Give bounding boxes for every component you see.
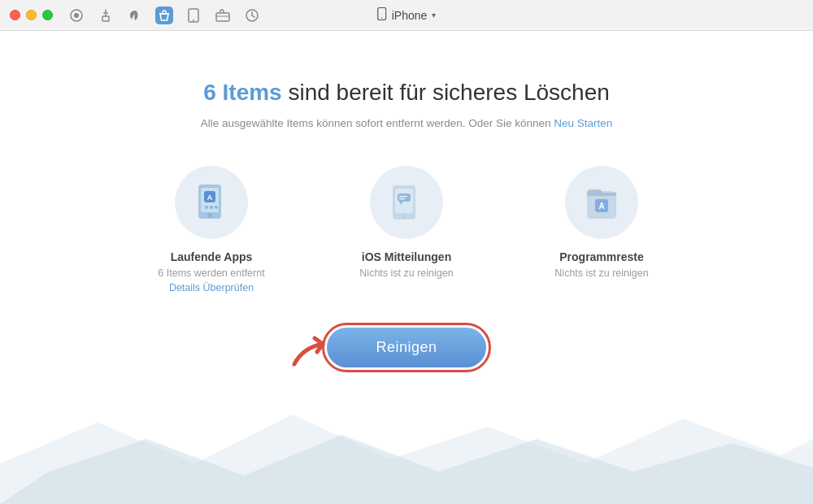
device-name-label: iPhone — [392, 9, 428, 22]
ios-mitteilungen-icon-wrap — [370, 166, 443, 239]
toolbar-icon-phone[interactable] — [185, 7, 202, 24]
mountains-decoration — [0, 398, 813, 504]
maximize-button[interactable] — [42, 10, 53, 20]
svg-text:A: A — [598, 202, 604, 211]
toolbar-icons — [67, 7, 261, 24]
laufende-apps-icon: A — [190, 178, 233, 227]
svg-point-17 — [207, 213, 212, 218]
card-2-title: iOS Mitteilungen — [362, 250, 451, 263]
phone-icon — [377, 7, 387, 23]
headline: 6 Items sind bereit für sicheres Löschen — [203, 80, 610, 106]
toolbar-icon-history[interactable] — [243, 7, 261, 24]
items-count: 6 Items — [203, 80, 282, 105]
svg-point-5 — [193, 20, 194, 21]
svg-rect-2 — [102, 16, 109, 21]
svg-rect-20 — [398, 193, 411, 202]
cards-row: A Laufende Apps 6 Items werden entfernt … — [146, 166, 667, 293]
toolbar-icon-3[interactable] — [126, 7, 144, 24]
headline-rest: sind bereit für sicheres Löschen — [282, 80, 610, 105]
clean-button-container: Reinigen — [327, 328, 485, 367]
svg-rect-22 — [399, 198, 405, 200]
svg-rect-6 — [216, 13, 229, 21]
svg-point-16 — [215, 206, 218, 209]
svg-marker-27 — [0, 435, 813, 504]
card-1-link[interactable]: Details Überprüfen — [169, 282, 254, 293]
svg-point-23 — [402, 215, 406, 218]
subtitle-text: Alle ausgewählte Items können sofort ent… — [201, 117, 554, 129]
main-content: 6 Items sind bereit für sicheres Löschen… — [0, 31, 813, 504]
programmreste-icon: A — [580, 180, 623, 225]
svg-rect-21 — [399, 196, 407, 198]
chevron-down-icon[interactable]: ▾ — [432, 11, 436, 20]
svg-text:A: A — [207, 193, 213, 202]
titlebar: iPhone ▾ — [0, 0, 813, 31]
card-1-title: Laufende Apps — [171, 250, 253, 263]
svg-point-9 — [381, 17, 383, 19]
svg-point-1 — [74, 13, 79, 18]
toolbar-icon-1[interactable] — [67, 7, 85, 24]
toolbar-icon-bucket[interactable] — [155, 7, 173, 24]
card-programmreste: A Programmreste Nichts ist zu reinigen — [537, 166, 667, 282]
programmreste-icon-wrap: A — [565, 166, 638, 239]
laufende-apps-icon-wrap: A — [175, 166, 248, 239]
card-1-subtitle: 6 Items werden entfernt — [158, 267, 264, 279]
svg-point-3 — [105, 9, 107, 11]
card-ios-mitteilungen: iOS Mitteilungen Nichts ist zu reinigen — [341, 166, 472, 282]
card-laufende-apps: A Laufende Apps 6 Items werden entfernt … — [146, 166, 276, 293]
arrow-indicator — [278, 324, 343, 376]
reinigen-button[interactable]: Reinigen — [327, 328, 485, 367]
svg-point-14 — [205, 206, 208, 209]
card-3-title: Programmreste — [559, 250, 644, 263]
close-button[interactable] — [10, 10, 20, 20]
toolbar-icon-2[interactable] — [97, 7, 115, 24]
svg-point-15 — [210, 206, 213, 209]
ios-mitteilungen-icon — [388, 182, 425, 223]
minimize-button[interactable] — [26, 10, 37, 20]
subtitle: Alle ausgewählte Items können sofort ent… — [201, 117, 613, 129]
card-3-subtitle: Nichts ist zu reinigen — [554, 267, 648, 279]
titlebar-device: iPhone ▾ — [377, 7, 437, 23]
neu-starten-link[interactable]: Neu Starten — [554, 117, 612, 129]
svg-marker-26 — [0, 415, 813, 504]
card-2-subtitle: Nichts ist zu reinigen — [359, 267, 453, 279]
toolbar-icon-briefcase[interactable] — [214, 7, 232, 24]
traffic-lights — [10, 10, 53, 20]
